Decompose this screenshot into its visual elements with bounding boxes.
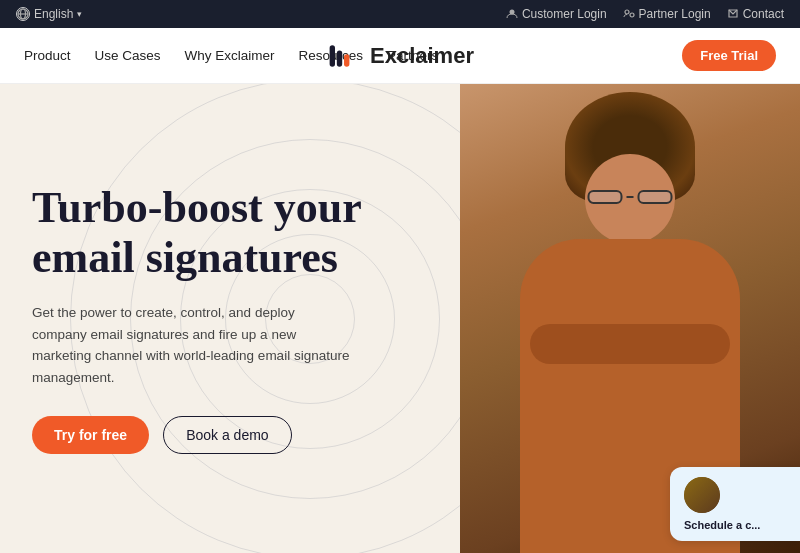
nav-item-use-cases[interactable]: Use Cases (95, 48, 161, 63)
svg-rect-6 (330, 45, 335, 67)
globe-icon (16, 7, 30, 21)
contact-link[interactable]: Contact (727, 7, 784, 21)
language-dropdown-arrow: ▾ (77, 9, 82, 19)
hero-image: Schedule a c... (460, 84, 800, 553)
hero-content: Turbo-boost your email signatures Get th… (0, 183, 400, 455)
nav-bar: Product Use Cases Why Exclaimer Resource… (0, 28, 800, 84)
free-trial-button[interactable]: Free Trial (682, 40, 776, 71)
hero-section: Turbo-boost your email signatures Get th… (0, 84, 800, 553)
nav-item-product[interactable]: Product (24, 48, 71, 63)
logo-text: Exclaimer (370, 43, 474, 69)
top-bar: English ▾ Customer Login Partner Login C… (0, 0, 800, 28)
partner-login-link[interactable]: Partner Login (623, 7, 711, 21)
nav-item-why-exclaimer[interactable]: Why Exclaimer (185, 48, 275, 63)
svg-point-4 (625, 10, 629, 14)
hero-title: Turbo-boost your email signatures (32, 183, 400, 284)
logo-icon (326, 38, 362, 74)
schedule-avatar (684, 477, 720, 513)
schedule-card: Schedule a c... (670, 467, 800, 541)
svg-rect-8 (344, 54, 349, 67)
hero-buttons: Try for free Book a demo (32, 416, 400, 454)
book-demo-button[interactable]: Book a demo (163, 416, 292, 454)
hero-subtitle: Get the power to create, control, and de… (32, 302, 352, 388)
schedule-text: Schedule a c... (684, 519, 786, 531)
logo[interactable]: Exclaimer (326, 38, 474, 74)
language-label: English (34, 7, 73, 21)
svg-rect-7 (337, 50, 342, 66)
svg-point-5 (630, 13, 634, 17)
language-selector[interactable]: English ▾ (16, 7, 82, 21)
try-free-button[interactable]: Try for free (32, 416, 149, 454)
top-bar-right: Customer Login Partner Login Contact (506, 7, 784, 21)
customer-login-link[interactable]: Customer Login (506, 7, 607, 21)
